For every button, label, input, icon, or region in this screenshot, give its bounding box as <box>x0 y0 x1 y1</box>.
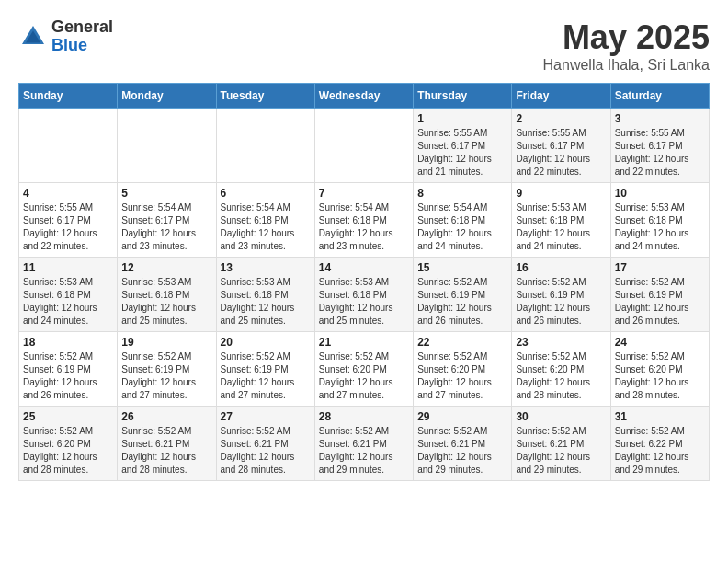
day-info: Sunrise: 5:52 AM Sunset: 6:19 PM Dayligh… <box>23 350 113 402</box>
day-number: 3 <box>615 112 705 125</box>
logo-general-text: General <box>51 18 113 37</box>
day-number: 9 <box>516 187 606 200</box>
day-cell: 25Sunrise: 5:52 AM Sunset: 6:20 PM Dayli… <box>19 407 118 481</box>
day-info: Sunrise: 5:55 AM Sunset: 6:17 PM Dayligh… <box>23 201 113 253</box>
day-number: 15 <box>417 261 507 274</box>
logo-text: General Blue <box>51 18 113 55</box>
day-number: 7 <box>319 187 409 200</box>
header-row: SundayMondayTuesdayWednesdayThursdayFrid… <box>19 84 710 109</box>
day-cell <box>19 109 118 183</box>
day-number: 18 <box>23 336 113 349</box>
day-info: Sunrise: 5:53 AM Sunset: 6:18 PM Dayligh… <box>221 276 311 327</box>
day-info: Sunrise: 5:52 AM Sunset: 6:20 PM Dayligh… <box>615 350 705 402</box>
day-cell: 29Sunrise: 5:52 AM Sunset: 6:21 PM Dayli… <box>414 407 512 481</box>
day-info: Sunrise: 5:55 AM Sunset: 6:17 PM Dayligh… <box>516 127 606 178</box>
header-tuesday: Tuesday <box>216 84 314 109</box>
day-cell: 7Sunrise: 5:54 AM Sunset: 6:18 PM Daylig… <box>314 183 413 258</box>
day-info: Sunrise: 5:52 AM Sunset: 6:20 PM Dayligh… <box>23 425 113 477</box>
day-info: Sunrise: 5:54 AM Sunset: 6:18 PM Dayligh… <box>417 201 507 253</box>
header-wednesday: Wednesday <box>314 84 413 109</box>
day-info: Sunrise: 5:52 AM Sunset: 6:19 PM Dayligh… <box>516 276 606 327</box>
day-info: Sunrise: 5:52 AM Sunset: 6:20 PM Dayligh… <box>417 350 507 402</box>
day-info: Sunrise: 5:54 AM Sunset: 6:18 PM Dayligh… <box>319 201 409 253</box>
day-number: 6 <box>221 187 311 200</box>
day-number: 4 <box>23 187 113 200</box>
day-cell: 6Sunrise: 5:54 AM Sunset: 6:18 PM Daylig… <box>216 183 314 258</box>
day-number: 17 <box>615 261 705 274</box>
day-info: Sunrise: 5:52 AM Sunset: 6:20 PM Dayligh… <box>319 350 409 402</box>
day-number: 30 <box>516 410 606 423</box>
day-info: Sunrise: 5:52 AM Sunset: 6:21 PM Dayligh… <box>417 425 507 477</box>
day-info: Sunrise: 5:52 AM Sunset: 6:19 PM Dayligh… <box>417 276 507 327</box>
day-cell: 16Sunrise: 5:52 AM Sunset: 6:19 PM Dayli… <box>512 258 610 332</box>
day-info: Sunrise: 5:53 AM Sunset: 6:18 PM Dayligh… <box>23 276 113 327</box>
day-number: 27 <box>221 410 311 423</box>
day-number: 2 <box>516 112 606 125</box>
day-cell: 19Sunrise: 5:52 AM Sunset: 6:19 PM Dayli… <box>118 332 216 407</box>
calendar-table: SundayMondayTuesdayWednesdayThursdayFrid… <box>18 83 710 481</box>
day-number: 12 <box>121 261 211 274</box>
week-row-4: 25Sunrise: 5:52 AM Sunset: 6:20 PM Dayli… <box>19 407 710 481</box>
day-cell: 9Sunrise: 5:53 AM Sunset: 6:18 PM Daylig… <box>512 183 610 258</box>
logo: General Blue <box>18 18 113 55</box>
header-thursday: Thursday <box>414 84 512 109</box>
logo-blue-text: Blue <box>51 37 113 55</box>
day-cell: 15Sunrise: 5:52 AM Sunset: 6:19 PM Dayli… <box>414 258 512 332</box>
day-number: 13 <box>221 261 311 274</box>
subtitle: Hanwella Ihala, Sri Lanka <box>543 57 710 74</box>
day-number: 21 <box>319 336 409 349</box>
day-info: Sunrise: 5:53 AM Sunset: 6:18 PM Dayligh… <box>319 276 409 327</box>
day-number: 22 <box>417 336 507 349</box>
day-number: 29 <box>417 410 507 423</box>
day-cell: 20Sunrise: 5:52 AM Sunset: 6:19 PM Dayli… <box>216 332 314 407</box>
logo-icon <box>18 22 48 52</box>
day-number: 10 <box>615 187 705 200</box>
main-title: May 2025 <box>543 18 710 57</box>
day-info: Sunrise: 5:55 AM Sunset: 6:17 PM Dayligh… <box>417 127 507 178</box>
week-row-3: 18Sunrise: 5:52 AM Sunset: 6:19 PM Dayli… <box>19 332 710 407</box>
day-cell: 14Sunrise: 5:53 AM Sunset: 6:18 PM Dayli… <box>314 258 413 332</box>
day-info: Sunrise: 5:52 AM Sunset: 6:22 PM Dayligh… <box>615 425 705 477</box>
day-number: 5 <box>121 187 211 200</box>
day-number: 14 <box>319 261 409 274</box>
day-info: Sunrise: 5:53 AM Sunset: 6:18 PM Dayligh… <box>615 201 705 253</box>
day-number: 24 <box>615 336 705 349</box>
header-friday: Friday <box>512 84 610 109</box>
day-cell: 30Sunrise: 5:52 AM Sunset: 6:21 PM Dayli… <box>512 407 610 481</box>
day-cell: 4Sunrise: 5:55 AM Sunset: 6:17 PM Daylig… <box>19 183 118 258</box>
day-cell <box>118 109 216 183</box>
day-number: 26 <box>121 410 211 423</box>
day-cell: 17Sunrise: 5:52 AM Sunset: 6:19 PM Dayli… <box>610 258 709 332</box>
day-cell: 13Sunrise: 5:53 AM Sunset: 6:18 PM Dayli… <box>216 258 314 332</box>
day-number: 16 <box>516 261 606 274</box>
day-info: Sunrise: 5:54 AM Sunset: 6:17 PM Dayligh… <box>121 201 211 253</box>
day-cell: 8Sunrise: 5:54 AM Sunset: 6:18 PM Daylig… <box>414 183 512 258</box>
day-cell: 2Sunrise: 5:55 AM Sunset: 6:17 PM Daylig… <box>512 109 610 183</box>
title-area: May 2025 Hanwella Ihala, Sri Lanka <box>543 18 710 74</box>
week-row-2: 11Sunrise: 5:53 AM Sunset: 6:18 PM Dayli… <box>19 258 710 332</box>
header-sunday: Sunday <box>19 84 118 109</box>
day-info: Sunrise: 5:53 AM Sunset: 6:18 PM Dayligh… <box>516 201 606 253</box>
week-row-1: 4Sunrise: 5:55 AM Sunset: 6:17 PM Daylig… <box>19 183 710 258</box>
day-cell: 11Sunrise: 5:53 AM Sunset: 6:18 PM Dayli… <box>19 258 118 332</box>
day-info: Sunrise: 5:52 AM Sunset: 6:19 PM Dayligh… <box>121 350 211 402</box>
header-saturday: Saturday <box>610 84 709 109</box>
day-cell: 1Sunrise: 5:55 AM Sunset: 6:17 PM Daylig… <box>414 109 512 183</box>
day-cell: 21Sunrise: 5:52 AM Sunset: 6:20 PM Dayli… <box>314 332 413 407</box>
day-info: Sunrise: 5:52 AM Sunset: 6:21 PM Dayligh… <box>516 425 606 477</box>
day-info: Sunrise: 5:52 AM Sunset: 6:20 PM Dayligh… <box>516 350 606 402</box>
day-info: Sunrise: 5:53 AM Sunset: 6:18 PM Dayligh… <box>121 276 211 327</box>
day-info: Sunrise: 5:52 AM Sunset: 6:21 PM Dayligh… <box>319 425 409 477</box>
day-cell <box>314 109 413 183</box>
day-number: 11 <box>23 261 113 274</box>
header-monday: Monday <box>118 84 216 109</box>
day-info: Sunrise: 5:52 AM Sunset: 6:19 PM Dayligh… <box>221 350 311 402</box>
day-cell: 22Sunrise: 5:52 AM Sunset: 6:20 PM Dayli… <box>414 332 512 407</box>
day-info: Sunrise: 5:52 AM Sunset: 6:21 PM Dayligh… <box>221 425 311 477</box>
day-info: Sunrise: 5:52 AM Sunset: 6:19 PM Dayligh… <box>615 276 705 327</box>
day-cell: 31Sunrise: 5:52 AM Sunset: 6:22 PM Dayli… <box>610 407 709 481</box>
day-number: 23 <box>516 336 606 349</box>
day-number: 25 <box>23 410 113 423</box>
day-number: 20 <box>221 336 311 349</box>
day-info: Sunrise: 5:52 AM Sunset: 6:21 PM Dayligh… <box>121 425 211 477</box>
